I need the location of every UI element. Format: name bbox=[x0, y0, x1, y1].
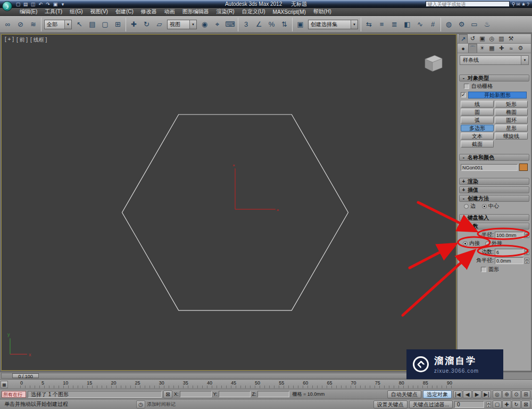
curve-editor-icon[interactable]: ∿ bbox=[414, 18, 426, 31]
zoom-extents-all-button[interactable]: ⊞ bbox=[521, 390, 530, 398]
circular-checkbox[interactable] bbox=[481, 267, 486, 272]
corner-radius-field[interactable]: 0.0mm bbox=[495, 257, 523, 264]
spinner-up-icon[interactable]: ▴ bbox=[486, 402, 491, 404]
selection-filter-dropdown[interactable]: 全部▼ bbox=[44, 20, 72, 29]
subtab-shapes[interactable]: ⌒ bbox=[468, 44, 477, 53]
subtab-geometry[interactable]: ● bbox=[459, 44, 468, 53]
viewport-front[interactable]: × × x y [ + ][ 前 ][ 线框 ] bbox=[1, 34, 456, 371]
save-file-icon[interactable]: ◫ bbox=[30, 2, 36, 7]
chevron-down-icon[interactable]: ▼ bbox=[521, 56, 528, 64]
menu-item[interactable]: 创建(C) bbox=[112, 8, 137, 15]
select-and-rotate-icon[interactable]: ↻ bbox=[140, 18, 153, 31]
tab-motion[interactable]: ◎ bbox=[487, 34, 496, 43]
quick-access-caret-icon[interactable]: ▾ bbox=[60, 2, 66, 7]
infocenter-search-icon[interactable]: ⚲ bbox=[512, 2, 516, 7]
layer-manager-icon[interactable]: ≣ bbox=[388, 18, 401, 31]
graphite-ribbon-toggle-icon[interactable]: ◧ bbox=[401, 18, 413, 31]
start-new-shape-checkbox[interactable]: ✓ bbox=[461, 92, 466, 97]
go-to-start-button[interactable]: |◀ bbox=[453, 390, 462, 398]
key-filters-button[interactable]: 关键点过滤器... bbox=[409, 400, 453, 408]
creation-method-edge-radio[interactable] bbox=[464, 204, 469, 209]
menu-item[interactable]: 组(G) bbox=[66, 8, 86, 15]
add-time-tag-button[interactable]: 添加时间标记 bbox=[147, 401, 176, 408]
zoom-region-button[interactable]: ▢ bbox=[493, 400, 502, 408]
rollout-rendering[interactable]: + 渲染 bbox=[459, 178, 529, 185]
spinner-up-icon[interactable]: ▴ bbox=[525, 258, 529, 260]
edit-named-selection-sets-icon[interactable]: ▣ bbox=[294, 18, 306, 31]
named-selection-sets-dropdown[interactable]: 创建选择集▼ bbox=[308, 20, 358, 29]
object-type-button-1[interactable]: 矩形 bbox=[495, 101, 528, 108]
window-crossing-toggle-icon[interactable]: ⊞ bbox=[112, 18, 124, 31]
render-setup-icon[interactable]: ⚙ bbox=[455, 18, 468, 31]
menu-item[interactable]: 图形编辑器 bbox=[179, 8, 213, 15]
help-icon[interactable]: ? bbox=[527, 2, 529, 7]
tab-hierarchy[interactable]: ▣ bbox=[478, 34, 487, 43]
spinner-down-icon[interactable]: ▾ bbox=[525, 235, 529, 238]
select-and-uniform-scale-icon[interactable]: ▱ bbox=[153, 18, 165, 31]
inscribed-radio[interactable] bbox=[463, 241, 468, 246]
sides-field[interactable]: 6 bbox=[495, 249, 523, 256]
zoom-button[interactable]: ◎ bbox=[493, 390, 502, 398]
select-and-manipulate-icon[interactable]: ⌖ bbox=[211, 18, 223, 31]
time-slider-track[interactable]: 0 / 100 bbox=[1, 373, 454, 379]
align-icon[interactable]: ≡ bbox=[376, 18, 388, 31]
unlink-selection-icon[interactable]: ⊘ bbox=[14, 18, 27, 31]
favorites-icon[interactable]: ★ bbox=[521, 2, 526, 7]
open-file-icon[interactable]: ▤ bbox=[22, 2, 29, 7]
menu-item[interactable]: 视图(V) bbox=[87, 8, 112, 15]
schematic-view-icon[interactable]: # bbox=[427, 18, 439, 31]
mini-curve-editor-button[interactable]: ▦ bbox=[1, 381, 8, 388]
bind-to-space-warp-icon[interactable]: ≋ bbox=[27, 18, 39, 31]
communication-center-icon[interactable]: ✉ bbox=[516, 2, 520, 7]
zoom-all-button[interactable]: ⊕ bbox=[502, 390, 511, 398]
object-type-button-3[interactable]: 椭圆 bbox=[495, 109, 528, 116]
spinner-snap-toggle-icon[interactable]: ⇅ bbox=[278, 18, 290, 31]
zoom-extents-button[interactable]: ⊙ bbox=[512, 390, 521, 398]
object-type-button-8[interactable]: 文本 bbox=[461, 133, 494, 140]
chevron-down-icon[interactable]: ▼ bbox=[64, 20, 71, 29]
circumscribed-radio[interactable] bbox=[485, 241, 490, 246]
rollout-parameters[interactable]: - 参数 bbox=[459, 223, 529, 230]
selection-set-scope-dropdown[interactable]: 选定对象 bbox=[423, 390, 452, 398]
rollout-object-type[interactable]: - 对象类型 bbox=[459, 75, 529, 81]
chevron-down-icon[interactable]: ▼ bbox=[189, 20, 196, 29]
menu-item[interactable]: 帮助(H) bbox=[310, 8, 335, 15]
rollout-creation-method[interactable]: - 创建方法 bbox=[459, 195, 529, 202]
rollout-interpolation[interactable]: + 插值 bbox=[459, 186, 529, 193]
menu-item[interactable]: 自定义(U) bbox=[238, 8, 269, 15]
menu-item[interactable]: 编辑(E) bbox=[16, 8, 41, 15]
spinner-down-icon[interactable]: ▾ bbox=[525, 261, 529, 264]
object-color-swatch[interactable] bbox=[519, 163, 528, 171]
menu-item[interactable]: 渲染(R) bbox=[213, 8, 238, 15]
go-to-end-button[interactable]: ▶| bbox=[482, 390, 491, 398]
object-type-button-0[interactable]: 线 bbox=[461, 101, 494, 108]
percent-snap-toggle-icon[interactable]: % bbox=[265, 18, 278, 31]
viewport-pov-menu[interactable]: [ 前 ] bbox=[16, 36, 28, 44]
previous-frame-button[interactable]: ◀ bbox=[463, 390, 472, 398]
time-slider-thumb[interactable]: 0 / 100 bbox=[12, 373, 39, 378]
creation-method-center-radio[interactable] bbox=[482, 204, 487, 209]
subtab-cameras[interactable]: ▦ bbox=[487, 44, 496, 53]
render-production-icon[interactable]: ♨ bbox=[481, 18, 493, 31]
subtab-lights[interactable]: ☀ bbox=[478, 44, 487, 53]
object-type-button-5[interactable]: 圆环 bbox=[495, 117, 528, 124]
shape-category-dropdown[interactable]: 样条线 ▼ bbox=[460, 55, 529, 65]
auto-key-toggle-button[interactable]: 自动关键点 bbox=[387, 390, 421, 398]
select-object-icon[interactable]: ↖ bbox=[73, 18, 86, 31]
set-key-button[interactable]: 设置关键点 bbox=[373, 400, 408, 408]
material-editor-icon[interactable]: ◍ bbox=[443, 18, 455, 31]
keyboard-shortcut-override-icon[interactable]: ⌨ bbox=[224, 18, 236, 31]
subtab-systems[interactable]: ⚙ bbox=[516, 44, 525, 53]
angle-snap-toggle-icon[interactable]: ∠ bbox=[253, 18, 265, 31]
menu-item[interactable]: 修改器 bbox=[137, 8, 161, 15]
radius-spinner[interactable]: ▴ ▾ bbox=[525, 232, 529, 238]
reference-coordinate-system-dropdown[interactable]: 视图▼ bbox=[167, 20, 197, 29]
selection-lock-toggle[interactable]: ⊠ bbox=[163, 390, 172, 398]
select-and-move-icon[interactable]: ✚ bbox=[128, 18, 140, 31]
spinner-down-icon[interactable]: ▾ bbox=[525, 252, 529, 255]
tab-modify[interactable]: ↺ bbox=[468, 34, 477, 43]
project-folder-icon[interactable]: ▣ bbox=[52, 2, 59, 7]
object-type-button-10[interactable]: 截面 bbox=[461, 141, 494, 148]
subtab-space-warps[interactable]: ≈ bbox=[506, 44, 516, 53]
rollout-name-color[interactable]: - 名称和颜色 bbox=[459, 154, 529, 161]
